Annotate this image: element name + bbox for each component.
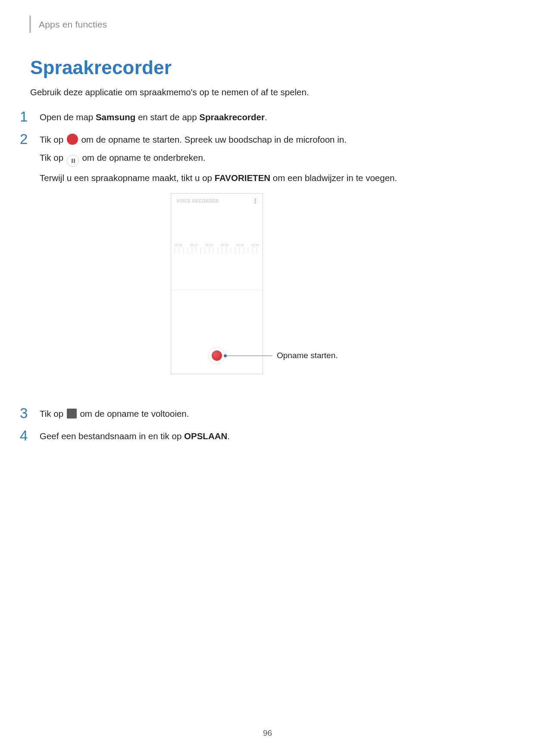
record-icon	[67, 134, 78, 145]
step-number: 2	[20, 132, 40, 146]
steps-list: 1 Open de map Samsung en start de app Sp…	[20, 109, 505, 443]
phone-screenshot: VOICE RECORDER ⋮ 00:00 00:10 00:20 00:30…	[171, 193, 263, 374]
step-number: 3	[20, 406, 40, 420]
step-body: Tik op om de opname te voltooien.	[40, 406, 189, 421]
record-button	[208, 347, 225, 364]
text: Tik op	[40, 134, 66, 144]
step-body: Tik op om de opname te starten. Spreek u…	[40, 132, 397, 185]
bold-text: Spraakrecorder	[199, 112, 265, 122]
step-4: 4 Geef een bestandsnaam in en tik op OPS…	[20, 428, 505, 443]
step-3: 3 Tik op om de opname te voltooien.	[20, 406, 505, 421]
record-icon	[212, 350, 222, 361]
bold-text: OPSLAAN	[184, 431, 227, 441]
text: en start de app	[135, 112, 199, 122]
text: Geef een bestandsnaam in en tik op	[40, 431, 184, 441]
tick: 00:00	[175, 244, 182, 247]
text: Tik op	[40, 153, 66, 162]
header-bar: Apps en functies	[29, 16, 505, 33]
text: Open de map	[40, 112, 96, 122]
phone-timeline: 00:00 00:10 00:20 00:30 00:40 00:50	[171, 244, 263, 253]
text: om de opname te starten. Spreek uw boods…	[79, 134, 347, 144]
header-rule	[29, 16, 31, 33]
step-body: Open de map Samsung en start de app Spra…	[40, 109, 267, 124]
page-number: 96	[0, 728, 535, 738]
tick: 00:40	[236, 244, 244, 247]
breadcrumb: Apps en functies	[39, 19, 107, 30]
step-number: 1	[20, 109, 40, 124]
tick: 00:20	[205, 244, 213, 247]
bold-text: Samsung	[96, 112, 135, 122]
stop-icon	[67, 409, 77, 419]
text: Terwijl u een spraakopname maakt, tikt u…	[40, 173, 215, 183]
page-title: Spraakrecorder	[30, 57, 505, 78]
text: om de opname te voltooien.	[78, 409, 189, 419]
step-body: Geef een bestandsnaam in en tik op OPSLA…	[40, 428, 230, 443]
timeline-ticks: 00:00 00:10 00:20 00:30 00:40 00:50	[175, 244, 259, 247]
tick: 00:30	[221, 244, 228, 247]
text: Tik op	[40, 409, 66, 419]
step-number: 4	[20, 428, 40, 443]
step-2: 2 Tik op om de opname te starten. Spreek…	[20, 132, 505, 185]
tick: 00:50	[251, 244, 259, 247]
more-icon: ⋮	[252, 198, 258, 204]
intro-paragraph: Gebruik deze applicatie om spraakmemo's …	[30, 87, 505, 97]
tick: 00:10	[190, 244, 198, 247]
text: .	[227, 431, 230, 441]
phone-app-title: VOICE RECORDER	[176, 199, 219, 203]
ruler	[175, 247, 259, 253]
text: om de opname te onderbreken.	[80, 153, 206, 162]
phone-header: VOICE RECORDER ⋮	[171, 194, 263, 206]
step-1: 1 Open de map Samsung en start de app Sp…	[20, 109, 505, 124]
text: .	[265, 112, 267, 122]
phone-separator	[171, 290, 263, 290]
callout-line	[226, 356, 272, 356]
text: om een bladwijzer in te voegen.	[270, 173, 397, 183]
callout-label: Opname starten.	[277, 351, 338, 360]
document-page: Apps en functies Spraakrecorder Gebruik …	[0, 0, 535, 756]
pause-icon	[67, 155, 79, 167]
bold-text: FAVORIETEN	[215, 173, 270, 183]
figure-voice-recorder: VOICE RECORDER ⋮ 00:00 00:10 00:20 00:30…	[20, 193, 505, 391]
